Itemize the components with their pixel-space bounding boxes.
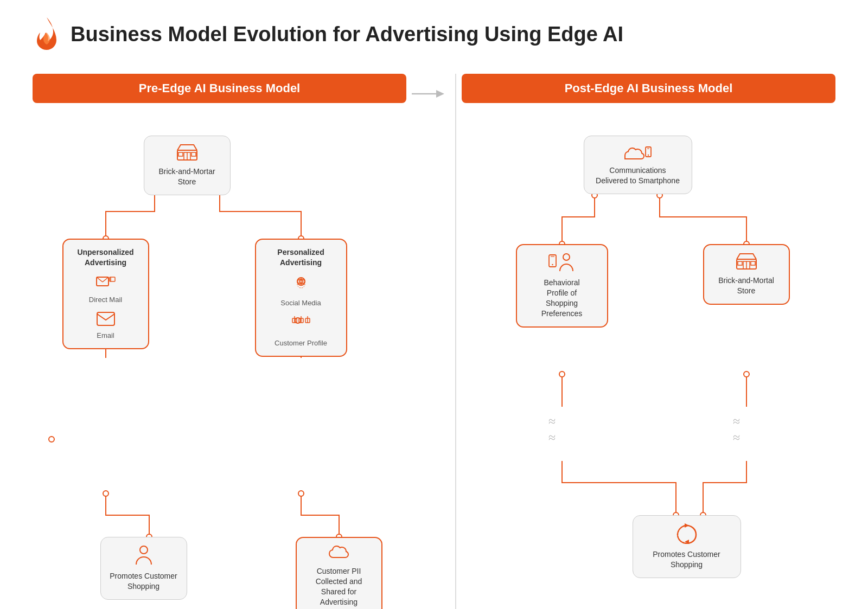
node-promotes1: Promotes Customer Shopping — [100, 537, 187, 600]
pre-panel: Pre-Edge AI Business Model — [33, 74, 406, 609]
svg-line-20 — [97, 277, 103, 282]
svg-line-21 — [103, 277, 108, 282]
node-promotes2: Promotes Customer Shopping — [633, 515, 741, 578]
behavioral-label: Behavioral Profile of Shopping Preferenc… — [541, 278, 582, 319]
comms-smartphone-label: Communications Delivered to Smartphone — [596, 165, 680, 186]
social-icon — [292, 275, 310, 296]
svg-point-42 — [559, 371, 565, 377]
main-content: Pre-Edge AI Business Model — [33, 74, 835, 609]
cloud-smartphone-icon — [624, 144, 652, 163]
brick-store-label: Brick-and-Mortar Store — [158, 166, 215, 187]
page-title: Business Model Evolution for Advertising… — [71, 23, 623, 46]
promotes2-label: Promotes Customer Shopping — [653, 549, 720, 570]
svg-marker-63 — [685, 523, 689, 528]
svg-rect-14 — [178, 152, 183, 156]
node-brick-store: Brick-and-Mortar Store — [144, 136, 231, 195]
email-label: Email — [97, 331, 114, 341]
svg-rect-15 — [192, 152, 196, 156]
store-icon2 — [736, 253, 757, 273]
arrow-divider — [406, 74, 450, 102]
svg-point-0 — [49, 437, 54, 442]
svg-text:≈: ≈ — [548, 414, 556, 428]
svg-point-55 — [552, 264, 553, 265]
node-comms-smartphone: Communications Delivered to Smartphone — [584, 136, 692, 194]
mail-icon — [96, 275, 116, 293]
post-panel-header: Post-Edge AI Business Model — [462, 74, 835, 103]
node-brick-store2: Brick-and-Mortal Store — [703, 244, 790, 305]
personalized-label: Personalized Advertising — [277, 247, 324, 268]
svg-point-56 — [563, 254, 570, 260]
svg-point-35 — [140, 546, 148, 554]
brick-store2-label: Brick-and-Mortal Store — [718, 275, 774, 296]
social-media-label: Social Media — [280, 299, 321, 308]
customer-profile-label: Customer Profile — [275, 339, 327, 348]
svg-point-8 — [298, 491, 304, 496]
behavioral-icon — [548, 253, 576, 275]
node-unpersonalized: Unpersonalized Advertising Direct Mail — [62, 239, 149, 349]
cloud-icon — [329, 546, 349, 563]
node-personalized: Personalized Advertising Social Media — [255, 239, 347, 357]
person-icon1 — [134, 545, 154, 568]
svg-rect-22 — [97, 312, 114, 325]
cycle-icon — [675, 523, 698, 547]
svg-point-52 — [647, 155, 648, 156]
unpersonalized-label: Unpersonalized Advertising — [77, 247, 133, 268]
svg-text:≈: ≈ — [548, 431, 556, 445]
pre-diagram: Brick-and-Mortar Store Unpersonalized Ad… — [35, 125, 404, 609]
svg-rect-61 — [751, 261, 755, 265]
promotes1-label: Promotes Customer Shopping — [110, 571, 177, 592]
email-icon — [97, 312, 115, 329]
flame-icon — [33, 16, 61, 52]
store-icon — [176, 144, 198, 164]
node-behavioral: Behavioral Profile of Shopping Preferenc… — [516, 244, 608, 328]
svg-text:≈: ≈ — [733, 414, 740, 428]
svg-point-43 — [744, 371, 749, 377]
vertical-divider — [455, 74, 456, 609]
direct-mail-label: Direct Mail — [89, 296, 122, 305]
customer-pii-label: Customer PII Collected and Shared for Ad… — [316, 566, 362, 607]
svg-rect-60 — [738, 261, 742, 265]
svg-marker-37 — [436, 90, 444, 98]
header: Business Model Evolution for Advertising… — [33, 16, 835, 52]
pre-panel-header: Pre-Edge AI Business Model — [33, 74, 406, 103]
page-container: Business Model Evolution for Advertising… — [0, 0, 868, 609]
svg-point-7 — [103, 491, 108, 496]
post-diagram: ≈ ≈ ≈ ≈ — [464, 125, 833, 609]
post-panel: Post-Edge AI Business Model — [462, 74, 835, 609]
profile-icon — [291, 315, 311, 336]
node-customer-pii: Customer PII Collected and Shared for Ad… — [296, 537, 382, 609]
svg-text:≈: ≈ — [733, 431, 740, 445]
